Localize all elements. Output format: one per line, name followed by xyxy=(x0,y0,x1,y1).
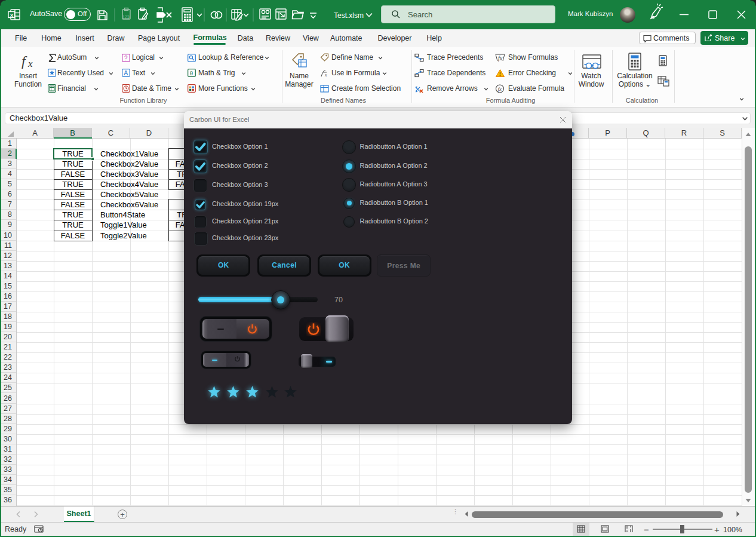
svg-text:x: x xyxy=(324,72,327,78)
svg-text:fx: fx xyxy=(498,86,502,92)
svg-text:f: f xyxy=(21,53,27,69)
svg-text:123: 123 xyxy=(122,15,130,19)
svg-text:A: A xyxy=(124,69,128,76)
svg-text:Test.xlsm: Test.xlsm xyxy=(334,11,364,20)
svg-text:X: X xyxy=(10,13,14,19)
svg-text:θ: θ xyxy=(190,70,193,76)
svg-text:?: ? xyxy=(124,55,128,62)
svg-text:x: x xyxy=(27,58,33,69)
svg-text:fx: fx xyxy=(498,55,503,62)
